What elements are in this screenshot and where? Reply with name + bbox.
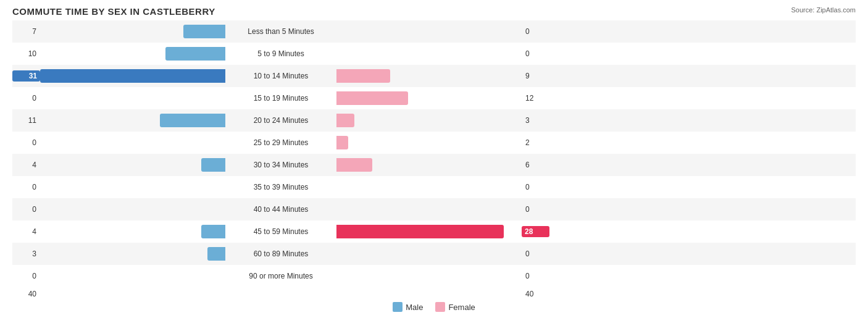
left-value: 0 xyxy=(12,205,40,214)
legend-male: Male xyxy=(393,302,423,312)
bar-row: 4 45 to 59 Minutes 28 xyxy=(12,220,856,243)
row-label: Less than 5 Minutes xyxy=(225,27,336,36)
left-bar-area xyxy=(40,180,225,194)
bar-row: 0 40 to 44 Minutes 0 xyxy=(12,198,856,220)
row-label: 40 to 44 Minutes xyxy=(225,205,336,214)
right-value: 9 xyxy=(522,72,549,80)
row-label: 10 to 14 Minutes xyxy=(225,72,336,80)
left-value: 11 xyxy=(12,116,40,125)
female-bar xyxy=(336,114,354,127)
row-label: 15 to 19 Minutes xyxy=(225,94,336,103)
chart-title: COMMUTE TIME BY SEX IN CASTLEBERRY xyxy=(12,6,856,17)
left-value: 0 xyxy=(12,94,40,103)
right-value: 0 xyxy=(522,250,549,258)
row-label: 30 to 34 Minutes xyxy=(225,161,336,169)
legend-female: Female xyxy=(435,302,475,312)
female-bar xyxy=(336,69,390,83)
female-bar xyxy=(336,91,408,105)
left-value: 10 xyxy=(12,49,40,58)
row-label: 45 to 59 Minutes xyxy=(225,227,336,236)
left-bar-area xyxy=(40,25,225,38)
left-value: 4 xyxy=(12,161,40,169)
male-bar xyxy=(201,158,225,172)
left-bar-area xyxy=(40,269,225,283)
row-label: 20 to 24 Minutes xyxy=(225,116,336,125)
left-bar-area xyxy=(40,158,225,172)
bar-row: 0 25 to 29 Minutes 2 xyxy=(12,132,856,154)
right-bar-area xyxy=(336,136,522,149)
left-value: 4 xyxy=(12,227,40,236)
left-bar-area xyxy=(40,114,225,127)
rows-area: 7 Less than 5 Minutes 0 10 5 to 9 Minute… xyxy=(12,20,856,287)
right-bar-area xyxy=(336,247,522,261)
left-bar-area xyxy=(40,136,225,149)
axis-right-label: 40 xyxy=(522,290,549,298)
male-bar xyxy=(201,225,225,238)
legend: Male Female xyxy=(12,302,856,312)
male-bar xyxy=(160,114,225,127)
right-value: 0 xyxy=(522,205,549,214)
left-bar-area xyxy=(40,247,225,261)
row-label: 25 to 29 Minutes xyxy=(225,138,336,147)
right-bar-area xyxy=(336,158,522,172)
legend-female-label: Female xyxy=(448,303,475,312)
bar-row: 7 Less than 5 Minutes 0 xyxy=(12,20,856,43)
bar-row: 0 90 or more Minutes 0 xyxy=(12,265,856,287)
left-value: 31 xyxy=(12,70,40,82)
row-label: 90 or more Minutes xyxy=(225,272,336,280)
female-bar xyxy=(336,225,504,238)
bar-row: 4 30 to 34 Minutes 6 xyxy=(12,154,856,176)
right-value: 0 xyxy=(522,183,549,191)
right-bar-area xyxy=(336,225,522,238)
bar-row: 0 15 to 19 Minutes 12 xyxy=(12,87,856,109)
right-bar-area xyxy=(336,91,522,105)
male-bar xyxy=(207,247,225,261)
left-value: 0 xyxy=(12,272,40,280)
right-bar-area xyxy=(336,69,522,83)
chart-container: COMMUTE TIME BY SEX IN CASTLEBERRY Sourc… xyxy=(0,0,868,323)
left-bar-area xyxy=(40,91,225,105)
right-bar-area xyxy=(336,269,522,283)
right-bar-area xyxy=(336,25,522,38)
right-bar-area xyxy=(336,47,522,61)
legend-male-box xyxy=(393,302,403,312)
bar-row: 0 35 to 39 Minutes 0 xyxy=(12,176,856,198)
female-bar xyxy=(336,158,372,172)
source-text: Source: ZipAtlas.com xyxy=(791,6,856,14)
right-value: 28 xyxy=(522,226,549,237)
right-bar-area xyxy=(336,180,522,194)
left-bar-area xyxy=(40,203,225,216)
left-value: 0 xyxy=(12,138,40,147)
right-value: 6 xyxy=(522,161,549,169)
row-label: 60 to 89 Minutes xyxy=(225,250,336,258)
right-value: 12 xyxy=(522,94,549,103)
bar-row: 31 10 to 14 Minutes 9 xyxy=(12,65,856,87)
right-value: 0 xyxy=(522,272,549,280)
right-bar-area xyxy=(336,203,522,216)
right-value: 0 xyxy=(522,27,549,36)
male-bar xyxy=(183,25,225,38)
right-value: 3 xyxy=(522,116,549,125)
male-bar xyxy=(165,47,225,61)
right-bar-area xyxy=(336,114,522,127)
right-value: 0 xyxy=(522,49,549,58)
left-value: 7 xyxy=(12,27,40,36)
bar-row: 11 20 to 24 Minutes 3 xyxy=(12,109,856,132)
row-label: 35 to 39 Minutes xyxy=(225,183,336,191)
bar-row: 3 60 to 89 Minutes 0 xyxy=(12,243,856,265)
left-value: 3 xyxy=(12,250,40,258)
left-bar-area xyxy=(40,69,225,83)
left-value: 0 xyxy=(12,183,40,191)
row-label: 5 to 9 Minutes xyxy=(225,49,336,58)
axis-left-label: 40 xyxy=(12,290,40,298)
left-bar-area xyxy=(40,225,225,238)
axis-row: 40 40 xyxy=(12,290,856,298)
legend-female-box xyxy=(435,302,445,312)
right-value: 2 xyxy=(522,138,549,147)
legend-male-label: Male xyxy=(406,303,423,312)
female-bar xyxy=(336,136,348,149)
male-bar xyxy=(40,69,225,83)
left-bar-area xyxy=(40,47,225,61)
bar-row: 10 5 to 9 Minutes 0 xyxy=(12,43,856,65)
